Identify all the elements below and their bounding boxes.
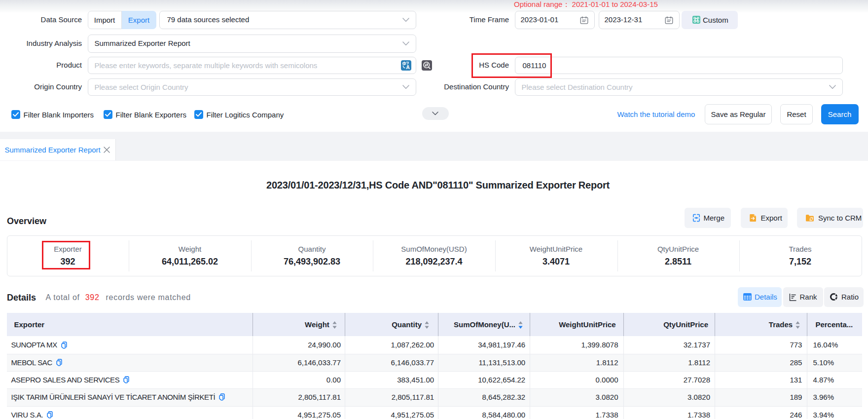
- svg-text:A: A: [406, 64, 410, 70]
